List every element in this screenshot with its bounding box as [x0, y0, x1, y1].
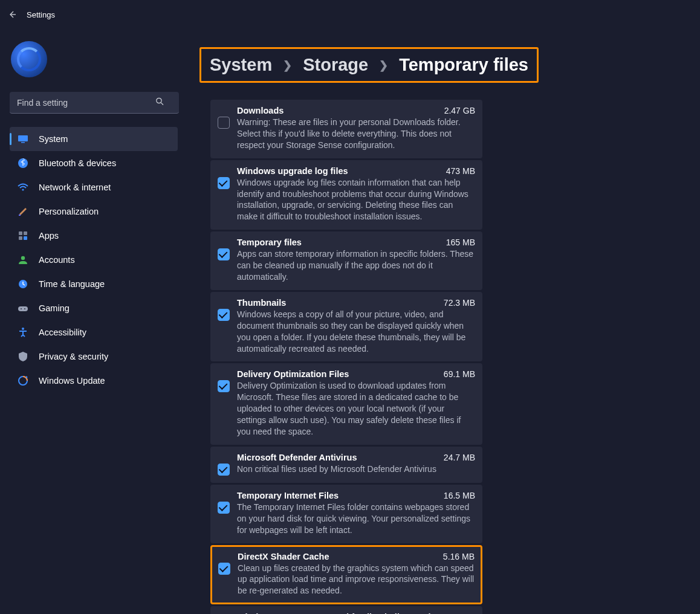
- sidebar-item-apps[interactable]: Apps: [10, 224, 178, 248]
- apps-icon: [17, 230, 29, 242]
- item-body: Temporary files 165 MB Apps can store te…: [237, 238, 475, 283]
- sidebar-item-privacy[interactable]: Privacy & security: [10, 344, 178, 369]
- item-title: DirectX Shader Cache: [238, 552, 329, 561]
- sidebar-item-label: Accounts: [39, 255, 75, 265]
- item-description: Non critical files used by Microsoft Def…: [237, 464, 475, 475]
- sidebar-item-system[interactable]: System: [10, 127, 178, 151]
- svg-point-11: [21, 256, 25, 260]
- list-item[interactable]: Delivery Optimization Files 69.1 MB Deli…: [210, 363, 482, 444]
- list-item[interactable]: Downloads 2.47 GB Warning: These are fil…: [210, 100, 482, 158]
- sidebar-item-label: Gaming: [39, 303, 70, 313]
- sidebar-item-windows-update[interactable]: Windows Update: [10, 369, 178, 393]
- item-size: 473 MB: [446, 166, 475, 176]
- breadcrumb-system[interactable]: System: [210, 55, 272, 75]
- time-language-icon: [17, 278, 29, 290]
- checkbox[interactable]: [218, 248, 230, 260]
- item-size: 69.1 MB: [444, 369, 475, 379]
- breadcrumb-current: Temporary files: [399, 55, 528, 75]
- breadcrumb-storage[interactable]: Storage: [303, 55, 368, 75]
- system-icon: [17, 133, 29, 145]
- titlebar: Settings: [0, 0, 700, 29]
- sidebar-item-label: Windows Update: [39, 376, 105, 386]
- svg-point-16: [22, 328, 24, 330]
- windows-update-icon: [17, 375, 29, 387]
- gaming-icon: [17, 302, 29, 314]
- sidebar-item-accounts[interactable]: Accounts: [10, 248, 178, 272]
- svg-rect-2: [18, 135, 28, 141]
- bluetooth-icon: [17, 157, 29, 169]
- item-size: 2.47 GB: [444, 106, 475, 115]
- list-item[interactable]: Microsoft Defender Antivirus 24.7 MB Non…: [210, 447, 482, 483]
- sidebar-item-personalization[interactable]: Personalization: [10, 199, 178, 224]
- svg-rect-6: [19, 215, 21, 216]
- accounts-icon: [17, 254, 29, 266]
- sidebar-item-network[interactable]: Network & internet: [10, 175, 178, 199]
- list-item[interactable]: Temporary Internet Files 16.5 MB The Tem…: [210, 485, 482, 543]
- search-input[interactable]: [10, 92, 179, 114]
- item-description: Windows keeps a copy of all of your pict…: [237, 309, 475, 355]
- checkbox[interactable]: [218, 177, 230, 189]
- network-icon: [17, 181, 29, 193]
- item-description: Clean up files created by the graphics s…: [238, 563, 475, 597]
- main-panel: System ❯ Storage ❯ Temporary files Downl…: [187, 29, 700, 614]
- svg-rect-8: [24, 231, 27, 235]
- item-title: Delivery Optimization Files: [237, 369, 349, 379]
- svg-point-14: [21, 308, 22, 309]
- item-size: 5.16 MB: [443, 552, 475, 561]
- sidebar-item-label: Time & language: [39, 279, 105, 289]
- svg-rect-9: [19, 236, 22, 240]
- svg-rect-13: [18, 306, 28, 311]
- list-item[interactable]: Windows upgrade log files 473 MB Windows…: [210, 160, 482, 230]
- list-item[interactable]: Windows error reports and feedback diagn…: [210, 606, 482, 614]
- svg-rect-10: [24, 236, 27, 240]
- sidebar-item-gaming[interactable]: Gaming: [10, 296, 178, 320]
- item-size: 24.7 MB: [444, 453, 475, 462]
- item-title: Temporary Internet Files: [237, 491, 339, 500]
- item-title: Windows upgrade log files: [237, 166, 348, 176]
- chevron-right-icon: ❯: [283, 59, 292, 72]
- item-title: Downloads: [237, 106, 284, 115]
- item-description: Apps can store temporary information in …: [237, 248, 475, 283]
- sidebar-item-label: Bluetooth & devices: [39, 158, 116, 168]
- item-body: Temporary Internet Files 16.5 MB The Tem…: [237, 491, 475, 536]
- personalization-icon: [17, 205, 29, 218]
- item-body: Thumbnails 72.3 MB Windows keeps a copy …: [237, 298, 475, 355]
- content: SystemBluetooth & devicesNetwork & inter…: [0, 29, 700, 614]
- svg-point-15: [24, 308, 25, 309]
- temp-files-list: Downloads 2.47 GB Warning: These are fil…: [210, 100, 482, 614]
- item-size: 72.3 MB: [444, 298, 475, 308]
- checkbox[interactable]: [218, 464, 230, 476]
- item-description: Windows upgrade log files contain inform…: [237, 177, 475, 223]
- sidebar-item-label: System: [39, 134, 68, 144]
- search-box: [10, 92, 178, 114]
- app-title: Settings: [27, 10, 55, 19]
- item-description: Warning: These are files in your persona…: [237, 117, 475, 151]
- sidebar-item-accessibility[interactable]: Accessibility: [10, 320, 178, 344]
- item-body: Downloads 2.47 GB Warning: These are fil…: [237, 106, 475, 151]
- sidebar-item-time-language[interactable]: Time & language: [10, 272, 178, 296]
- item-title: Microsoft Defender Antivirus: [237, 453, 357, 462]
- chevron-right-icon: ❯: [379, 59, 388, 72]
- back-button[interactable]: [7, 10, 17, 19]
- checkbox[interactable]: [218, 563, 230, 575]
- sidebar: SystemBluetooth & devicesNetwork & inter…: [0, 29, 187, 614]
- checkbox[interactable]: [218, 380, 230, 392]
- item-body: Delivery Optimization Files 69.1 MB Deli…: [237, 369, 475, 437]
- sidebar-item-bluetooth[interactable]: Bluetooth & devices: [10, 151, 178, 175]
- avatar[interactable]: [11, 41, 47, 77]
- item-title: Thumbnails: [237, 298, 286, 308]
- checkbox[interactable]: [218, 117, 230, 129]
- item-title: Temporary files: [237, 238, 302, 247]
- list-item[interactable]: DirectX Shader Cache 5.16 MB Clean up fi…: [210, 545, 482, 605]
- accessibility-icon: [17, 326, 29, 338]
- privacy-icon: [17, 351, 29, 363]
- item-size: 165 MB: [446, 238, 475, 247]
- breadcrumb: System ❯ Storage ❯ Temporary files: [199, 47, 539, 83]
- list-item[interactable]: Thumbnails 72.3 MB Windows keeps a copy …: [210, 292, 482, 362]
- item-description: The Temporary Internet Files folder cont…: [237, 502, 475, 536]
- svg-rect-7: [19, 231, 22, 235]
- list-item[interactable]: Temporary files 165 MB Apps can store te…: [210, 231, 482, 290]
- checkbox[interactable]: [218, 502, 230, 514]
- sidebar-item-label: Apps: [39, 231, 59, 241]
- checkbox[interactable]: [218, 309, 230, 321]
